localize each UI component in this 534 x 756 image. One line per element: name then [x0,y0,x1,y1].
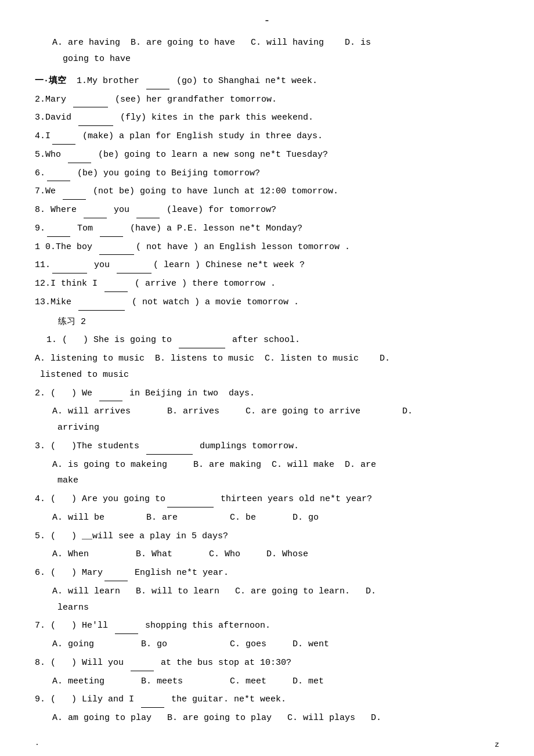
page-top-dot: - [35,12,499,30]
mc-item-9-options: A. am going to play B. are going to play… [35,710,499,726]
mc-item-6-question: 6. ( ) Mary English ne*t year. [35,565,499,581]
header-options: A. are having B. are going to have C. wi… [35,35,499,67]
fill-item-8: 8. Where you (leave) for tomorrow? [35,202,499,218]
mc-item-9-question: 9. ( ) Lily and I the guitar. ne*t week. [35,692,499,708]
mc-item-8-options: A. meeting B. meets C. meet D. met [35,674,499,690]
mc-item-5-options: A. When B. What C. Who D. Whose [35,546,499,563]
fill-item-2: 2.Mary (see) her grandfather tomorrow. [35,92,499,108]
mc-item-4-question: 4. ( ) Are you going to thirteen years o… [35,491,499,507]
fill-item-1: 1.My brother (go) to Shanghai ne*t week. [71,76,317,86]
mc-item-5-question: 5. ( ) __will see a play in 5 days? [35,528,499,545]
mc-item-3-question: 3. ( )The students dumplings tomorrow. [35,438,499,455]
fill-item-9: 9. Tom (have) a P.E. lesson ne*t Monday? [35,221,499,237]
fill-item-4: 4.I (make) a plan for English study in t… [35,128,499,145]
mc-item-8-question: 8. ( ) Will you at the bus stop at 10:30… [35,655,499,671]
mc-item-2-question: 2. ( ) We in Beijing in two days. [35,386,499,402]
fill-item-6: 6. (be) you going to Beijing tomorrow? [35,165,499,182]
fill-item-7: 7.We (not be) going to have lunch at 12:… [35,183,499,200]
exercise2-title: 练习 2 [35,314,499,330]
mc-item-7-question: 7. ( ) He'll shopping this afternoon. [35,618,499,634]
page-bottom: · z [35,738,499,751]
mc-item-3-options: A. is going to makeing B. are making C. … [35,457,499,489]
fill-item-12: 12.I think I ( arrive ) there tomorrow . [35,276,499,292]
section1-title: 一·填空 [35,76,66,86]
mc-item-7-options: A. going B. go C. goes D. went [35,636,499,653]
fill-item-5: 5.Who (be) going to learn a new song ne*… [35,147,499,163]
mc-item-4-options: A. will be B. are C. be D. go [35,510,499,526]
mc-item-6-options: A. will learn B. will to learn C. are go… [35,584,499,616]
fill-item-3: 3.David (fly) kites in the park this wee… [35,110,499,126]
mc-item-1-options: A. listening to music B. listens to musi… [35,351,499,383]
bottom-left-dot: · [35,738,39,751]
fill-item-13: 13.Mike ( not watch ) a movie tomorrow . [35,294,499,311]
mc-item-2-options: A. will arrives B. arrives C. are going … [35,404,499,436]
bottom-right-char: z [495,738,499,751]
fill-item-11: 11. you ( learn ) Chinese ne*t week ? [35,257,499,273]
mc-item-1-question: 1. ( ) She is going to after school. [35,332,499,348]
fill-item-10: 1 0.The boy ( not have ) an English less… [35,239,499,255]
